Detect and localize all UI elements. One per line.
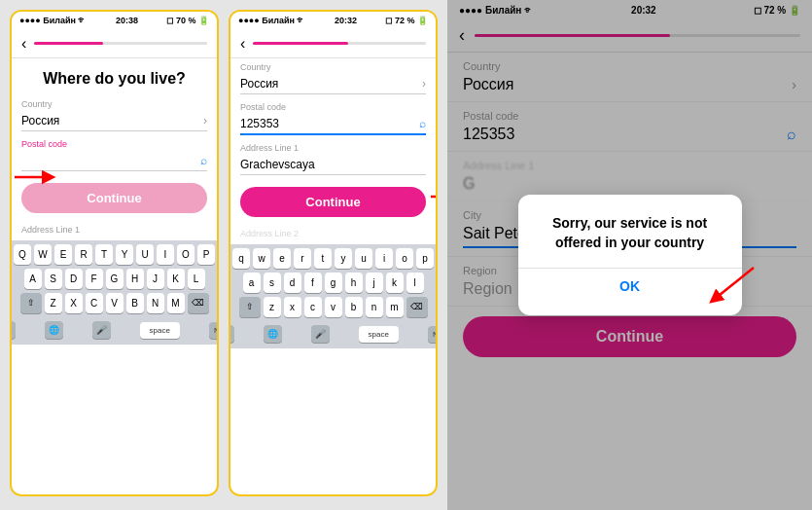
p2-key-q[interactable]: q [232,248,250,269]
phone2-continue-button[interactable]: Continue [240,187,426,217]
key-n[interactable]: N [147,293,164,313]
p2-key-p[interactable]: p [416,248,434,269]
key-q[interactable]: Q [14,244,31,265]
phone2-postal-row[interactable]: 125353 ⌕ [240,114,426,135]
phone2-progress-bar [253,42,426,45]
key-e[interactable]: E [54,244,72,265]
p2-key-delete[interactable]: ⌫ [406,297,428,317]
p2-key-n[interactable]: n [366,297,383,317]
p2-key-b[interactable]: b [345,297,363,317]
key-w[interactable]: W [34,244,52,265]
key-h[interactable]: H [126,269,144,289]
phone2-content: Country Россия › Postal code 125353 ⌕ Ad… [230,58,436,494]
phone1-address-field: Address Line 1 [12,221,217,240]
key-f[interactable]: F [86,269,103,289]
p2-key-d[interactable]: d [284,273,301,293]
p2-key-h[interactable]: h [345,273,363,293]
p2-key-u[interactable]: u [355,248,372,269]
key-t[interactable]: T [95,244,113,265]
phone2-screen: ●●●● Билайн ᯤ 20:32 ◻ 72 % 🔋 ‹ Country Р… [229,10,438,496]
p2-key-l[interactable]: l [406,273,424,293]
key-x[interactable]: X [65,293,83,313]
phone2-address-value: Grachevscaya [240,158,426,171]
phone1-keyboard-row2: A S D F G H J K L [14,269,215,289]
p2-key-j[interactable]: j [366,273,383,293]
p2-key-r[interactable]: r [294,248,311,269]
key-r[interactable]: R [75,244,92,265]
phone1-search-icon[interactable]: ⌕ [200,154,207,167]
phone1-nav-bar: ‹ [12,29,217,58]
phone1-battery: ◻ 70 % 🔋 [166,16,209,25]
key-k[interactable]: K [167,269,185,289]
p2-key-globe[interactable]: 🌐 [264,325,282,343]
p2-key-i[interactable]: i [375,248,393,269]
key-z[interactable]: Z [45,293,62,313]
key-i[interactable]: I [157,244,174,265]
p2-key-f[interactable]: f [304,273,322,293]
phone2-search-icon[interactable]: ⌕ [419,117,426,130]
p2-key-z[interactable]: z [264,297,281,317]
phone1-country-row[interactable]: Россия › [21,111,207,131]
phone2-time: 20:32 [335,16,357,25]
key-v[interactable]: V [106,293,124,313]
key-j[interactable]: J [147,269,164,289]
key-a[interactable]: A [24,269,42,289]
phone1-continue-button[interactable]: Continue [21,183,207,213]
key-m[interactable]: M [167,293,185,313]
p2-key-t[interactable]: t [314,248,332,269]
phone1-postal-row[interactable]: ⌕ [21,151,207,171]
phone2-keyboard-row2: a s d f g h j k l [232,273,434,293]
key-shift[interactable]: ⇧ [20,293,42,313]
phones-container: ●●●● Билайн ᯤ 20:38 ◻ 70 % 🔋 ‹ Where do … [0,0,447,510]
key-delete[interactable]: ⌫ [188,293,209,313]
p2-key-space[interactable]: space [359,326,399,343]
key-s[interactable]: S [45,269,62,289]
phone2-address-label: Address Line 1 [240,143,426,153]
p2-key-v[interactable]: v [325,297,342,317]
key-l[interactable]: L [188,269,205,289]
phone2-status-bar: ●●●● Билайн ᯤ 20:32 ◻ 72 % 🔋 [230,12,436,29]
p2-key-k[interactable]: k [386,273,404,293]
phone2-address-row[interactable]: Grachevscaya [240,155,426,175]
phone1-status-bar: ●●●● Билайн ᯤ 20:38 ◻ 70 % 🔋 [12,12,217,29]
key-b[interactable]: B [126,293,144,313]
phone2-address2-field: Address Line 2 [230,225,436,244]
key-u[interactable]: U [136,244,154,265]
phone1-back-button[interactable]: ‹ [21,35,26,53]
p2-key-w[interactable]: w [253,248,270,269]
p2-key-a[interactable]: a [243,273,261,293]
key-123[interactable]: 123 [12,321,16,339]
expanded-panel: ●●●● Билайн ᯤ 20:32 ◻ 72 % 🔋 ‹ Country Р… [447,0,812,510]
key-y[interactable]: Y [116,244,133,265]
key-c[interactable]: C [86,293,103,313]
p2-key-m[interactable]: m [386,297,404,317]
p2-key-s[interactable]: s [264,273,281,293]
p2-key-o[interactable]: o [396,248,413,269]
p2-key-c[interactable]: c [304,297,322,317]
key-space[interactable]: space [140,322,180,339]
phone2-keyboard-bottom: 123 🌐 🎤 space Next [232,321,434,346]
key-next[interactable]: Next [209,322,217,339]
phone2-country-field: Country Россия › [230,58,436,98]
p2-key-g[interactable]: g [325,273,342,293]
key-globe[interactable]: 🌐 [45,321,63,339]
key-d[interactable]: D [65,269,83,289]
p2-key-shift[interactable]: ⇧ [239,297,261,317]
key-mic[interactable]: 🎤 [92,321,111,339]
key-o[interactable]: O [177,244,194,265]
phone2-battery: ◻ 72 % 🔋 [385,16,428,25]
p2-key-e[interactable]: e [273,248,291,269]
phone2-back-button[interactable]: ‹ [240,35,245,53]
p2-key-y[interactable]: y [335,248,352,269]
p2-key-123[interactable]: 123 [230,325,234,343]
p2-key-next[interactable]: Next [428,326,436,343]
phone2-country-row[interactable]: Россия › [240,74,426,94]
phone2-keyboard-row3: ⇧ z x c v b n m ⌫ [232,297,434,317]
key-p[interactable]: P [197,244,215,265]
p2-key-x[interactable]: x [284,297,301,317]
p2-key-mic[interactable]: 🎤 [311,325,330,343]
dialog-ok-button[interactable]: OK [534,269,726,304]
phone2-chevron-icon: › [422,77,426,91]
phone1-keyboard-bottom: 123 🌐 🎤 space Next [14,317,215,343]
key-g[interactable]: G [106,269,124,289]
